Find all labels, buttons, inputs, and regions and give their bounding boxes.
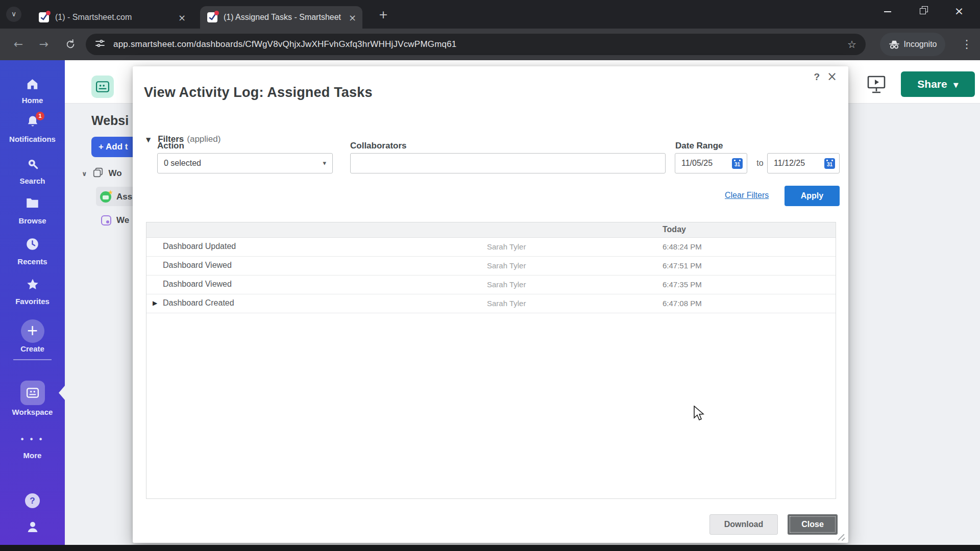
incognito-label: Incognito bbox=[904, 40, 937, 49]
window-close-button[interactable]: × bbox=[947, 0, 971, 20]
create-plus-icon[interactable]: + bbox=[0, 319, 65, 343]
date-to-input[interactable]: 11/12/25 31 bbox=[767, 153, 840, 173]
tab-search-button[interactable]: ∨ bbox=[6, 7, 21, 22]
mouse-cursor bbox=[693, 406, 705, 424]
forward-button[interactable]: → bbox=[33, 34, 55, 56]
sidebar-item-create[interactable]: Create bbox=[0, 344, 65, 353]
table-row[interactable]: Dashboard Viewed Sarah Tyler 6:47:51 PM bbox=[146, 257, 836, 276]
window-minimize-button[interactable] bbox=[876, 0, 899, 20]
row-action: Dashboard Viewed bbox=[163, 280, 232, 289]
favorite-star-icon: ★ bbox=[108, 189, 113, 196]
help-button[interactable]: ? bbox=[25, 493, 40, 508]
browse-folder-icon[interactable] bbox=[0, 197, 65, 211]
tab-title: (1) - Smartsheet.com bbox=[55, 13, 172, 22]
calendar-icon[interactable]: 31 bbox=[732, 158, 743, 169]
row-action: Dashboard Created bbox=[163, 298, 234, 308]
presentation-mode-icon[interactable] bbox=[865, 73, 889, 96]
clear-filters-link[interactable]: Clear Filters bbox=[725, 191, 769, 200]
date-from-input[interactable]: 11/05/25 31 bbox=[675, 153, 747, 173]
action-select[interactable]: 0 selected ▾ bbox=[157, 153, 333, 173]
sidebar-item-search[interactable]: Search bbox=[0, 177, 65, 185]
sidebar-item-favorites[interactable]: Favorites bbox=[0, 297, 65, 306]
unread-dot bbox=[46, 11, 51, 15]
url-bar[interactable]: app.smartsheet.com/dashboards/CfWgV8vQhj… bbox=[86, 34, 866, 55]
row-time: 6:47:08 PM bbox=[663, 299, 702, 308]
new-tab-button[interactable]: + bbox=[376, 8, 391, 23]
modal-resize-handle[interactable] bbox=[837, 533, 845, 541]
share-caret-icon: ▼ bbox=[953, 81, 959, 89]
sidebar-divider bbox=[13, 359, 52, 360]
tree-item-label: We bbox=[116, 215, 129, 226]
back-button[interactable]: ← bbox=[7, 34, 30, 56]
action-label: Action bbox=[157, 141, 184, 151]
url-text: app.smartsheet.com/dashboards/CfWgV8vQhj… bbox=[113, 39, 838, 49]
reload-button[interactable] bbox=[59, 34, 82, 56]
minimize-icon bbox=[884, 11, 891, 12]
tab-close-icon[interactable]: × bbox=[178, 12, 186, 23]
tree-item-assigned-tasks[interactable]: ★ Ass bbox=[100, 189, 132, 205]
bookmark-star-icon[interactable]: ☆ bbox=[847, 38, 856, 51]
table-group-header: Today bbox=[146, 222, 836, 238]
row-user: Sarah Tyler bbox=[487, 261, 526, 270]
sidebar-item-notifications[interactable]: Notifications bbox=[0, 135, 65, 143]
workspace-stack-icon bbox=[92, 167, 104, 181]
workspace-icon[interactable] bbox=[0, 381, 65, 407]
row-user: Sarah Tyler bbox=[487, 280, 526, 289]
notification-badge: 1 bbox=[36, 112, 44, 120]
tree-item-label: Wo bbox=[109, 168, 122, 179]
sidebar-item-browse[interactable]: Browse bbox=[0, 216, 65, 225]
dashboard-purple-icon bbox=[101, 215, 111, 226]
calendar-icon[interactable]: 31 bbox=[824, 158, 835, 169]
sidebar-item-recents[interactable]: Recents bbox=[0, 257, 65, 266]
apply-button[interactable]: Apply bbox=[785, 186, 840, 206]
date-to-value: 11/12/25 bbox=[774, 159, 805, 167]
sidebar-item-more[interactable]: More bbox=[0, 451, 65, 460]
screen-bottom-strip bbox=[0, 545, 980, 551]
unread-dot bbox=[214, 11, 219, 15]
tab-close-icon[interactable]: × bbox=[349, 12, 356, 23]
download-button[interactable]: Download bbox=[709, 514, 778, 535]
collaborators-label: Collaborators bbox=[350, 141, 407, 151]
window-restore-button[interactable] bbox=[912, 0, 935, 20]
activity-table: Today Dashboard Updated Sarah Tyler 6:48… bbox=[146, 222, 836, 499]
tree-item-website[interactable]: We bbox=[101, 213, 129, 228]
browser-tabstrip: ∨ (1) - Smartsheet.com × (1) Assigned Ta… bbox=[0, 0, 980, 29]
table-row[interactable]: Dashboard Updated Sarah Tyler 6:48:24 PM bbox=[146, 238, 836, 257]
browser-tab-inactive[interactable]: (1) - Smartsheet.com × bbox=[32, 7, 192, 28]
row-time: 6:47:51 PM bbox=[663, 261, 702, 270]
more-dots-icon[interactable]: • • • bbox=[0, 435, 65, 444]
share-button[interactable]: Share ▼ bbox=[901, 71, 975, 97]
browser-tab-active[interactable]: (1) Assigned Tasks - Smartsheet × bbox=[200, 6, 362, 29]
notifications-bell-icon[interactable]: 1 bbox=[0, 114, 65, 131]
date-range-label: Date Range bbox=[675, 141, 723, 151]
smartsheet-favicon bbox=[207, 12, 217, 22]
table-row[interactable]: Dashboard Viewed Sarah Tyler 6:47:35 PM bbox=[146, 276, 836, 294]
row-time: 6:48:24 PM bbox=[663, 242, 702, 251]
recents-clock-icon[interactable] bbox=[0, 237, 65, 253]
dashboard-teal-icon bbox=[91, 76, 114, 98]
sidebar-item-workspace[interactable]: Workspace bbox=[0, 408, 65, 416]
sidebar-item-home[interactable]: Home bbox=[0, 96, 65, 105]
modal-close-icon[interactable]: × bbox=[827, 69, 837, 84]
home-icon[interactable] bbox=[0, 78, 65, 93]
account-person-icon[interactable] bbox=[0, 519, 65, 537]
incognito-icon bbox=[889, 40, 900, 49]
chevron-down-icon[interactable]: ∨ bbox=[82, 170, 87, 178]
search-icon[interactable] bbox=[0, 157, 65, 172]
collaborators-input[interactable] bbox=[350, 153, 666, 173]
activity-log-modal: ? × View Activity Log: Assigned Tasks ▼F… bbox=[133, 66, 848, 543]
tree-item-workspace[interactable]: ∨ Wo bbox=[82, 166, 122, 181]
browser-toolbar: ← → app.smartsheet.com/dashboards/CfWgV8… bbox=[0, 29, 980, 60]
select-caret-icon: ▾ bbox=[323, 154, 326, 173]
browser-menu-button[interactable]: ⋮ bbox=[958, 34, 976, 56]
share-label: Share bbox=[917, 78, 947, 90]
modal-title: View Activity Log: Assigned Tasks bbox=[144, 85, 373, 101]
smartsheet-favicon bbox=[39, 12, 49, 22]
favorites-star-icon[interactable] bbox=[0, 278, 65, 293]
close-button[interactable]: Close bbox=[788, 514, 838, 535]
modal-help-icon[interactable]: ? bbox=[814, 71, 820, 83]
site-settings-icon[interactable] bbox=[95, 38, 105, 51]
filters-collapse-triangle-icon[interactable]: ▼ bbox=[146, 136, 151, 143]
table-row[interactable]: ▶ Dashboard Created Sarah Tyler 6:47:08 … bbox=[146, 294, 836, 313]
row-expand-triangle-icon[interactable]: ▶ bbox=[153, 299, 157, 307]
